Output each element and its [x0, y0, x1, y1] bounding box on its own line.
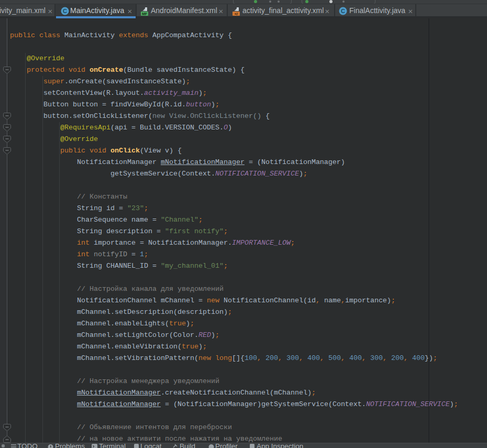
svg-text:</: </: [235, 12, 238, 16]
svg-text:MF: MF: [142, 12, 148, 16]
svg-text:C: C: [341, 8, 345, 14]
svg-text:C: C: [63, 8, 67, 14]
